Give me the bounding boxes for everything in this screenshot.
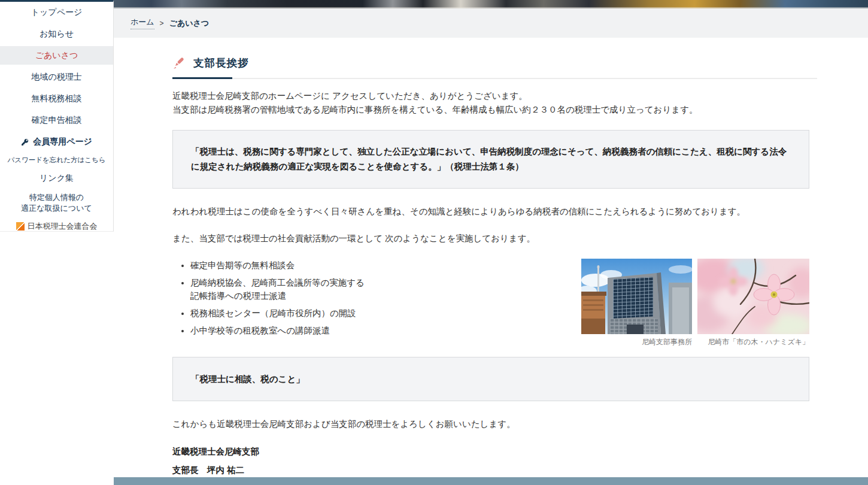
breadcrumb-separator: >: [160, 19, 164, 28]
law-quote-box: 「税理士は、税務に関する専門家として、独立した公正な立場において、申告納税制度の…: [172, 130, 809, 189]
footer-strip: [114, 477, 868, 485]
signature-block: 近畿税理士会尼崎支部 支部長 坪内 祐二: [172, 445, 809, 477]
signature-org: 近畿税理士会尼崎支部: [172, 445, 809, 458]
photo-caption: 尼崎市「市の木・ハナミズキ」: [697, 337, 809, 347]
activities-intro-paragraph: また、当支部では税理士の社会貢献活動の一環として 次のようなことを実施しておりま…: [172, 232, 809, 245]
sidebar-federation-banner[interactable]: 日本税理士会連合会: [0, 221, 113, 232]
breadcrumb-home-link[interactable]: ホーム: [130, 17, 154, 29]
sidebar-item-links[interactable]: リンク集: [0, 168, 113, 189]
pen-icon: [172, 56, 186, 70]
sidebar-item-news[interactable]: お知らせ: [0, 23, 113, 45]
sidebar-item-local-accountants[interactable]: 地域の税理士: [0, 66, 113, 88]
list-item: 税務相談センター（尼崎市役所内）の開設: [190, 307, 365, 320]
mission-paragraph: われわれ税理士はこの使命を全うすべく日々研さんを重ね、その知識と経験によりあらゆ…: [172, 205, 809, 219]
header-banner-photo: [114, 0, 868, 8]
activities-list: 確定申告期等の無料相談会 尼崎納税協会、尼崎商工会議所等の実施する 記帳指導への…: [172, 259, 365, 341]
sidebar-item-tax-return[interactable]: 確定申告相談: [0, 110, 113, 131]
list-item: 確定申告期等の無料相談会: [190, 259, 365, 272]
office-photo: [581, 259, 692, 334]
signature-name: 支部長 坪内 祐二: [172, 463, 809, 477]
member-page-label: 会員専用ページ: [33, 137, 92, 147]
sidebar-item-top[interactable]: トップページ: [0, 2, 113, 23]
page-title-row: 支部長挨拶: [172, 56, 809, 70]
intro-paragraph: 近畿税理士会尼崎支部のホームページに アクセスしていただき、ありがとうございます…: [172, 89, 809, 117]
breadcrumb: ホーム > ごあいさつ: [114, 8, 868, 38]
title-divider: [172, 78, 817, 79]
sidebar-item-member-page[interactable]: 会員専用ページ: [0, 131, 113, 153]
list-item: 小中学校等の租税教室への講師派遣: [190, 324, 365, 337]
list-item: 尼崎納税協会、尼崎商工会議所等の実施する 記帳指導への税理士派遣: [190, 276, 365, 302]
sidebar-item-privacy[interactable]: 特定個人情報の 適正な取扱について: [0, 189, 113, 217]
photo-gallery: 尼崎支部事務所: [581, 259, 809, 347]
sidebar: トップページ お知らせ ごあいさつ 地域の税理士 無料税務相談 確定申告相談 会…: [0, 0, 114, 232]
activities-section: 確定申告期等の無料相談会 尼崎納税協会、尼崎商工会議所等の実施する 記帳指導への…: [172, 259, 809, 347]
page-title: 支部長挨拶: [193, 56, 249, 70]
sidebar-password-link[interactable]: パスワードを忘れた方はこちら: [0, 153, 113, 168]
page: トップページ お知らせ ごあいさつ 地域の税理士 無料税務相談 確定申告相談 会…: [0, 0, 868, 485]
key-icon: [21, 138, 29, 146]
flower-photo: [697, 259, 809, 334]
sidebar-item-greeting[interactable]: ごあいさつ: [0, 46, 113, 65]
sidebar-item-free-consult[interactable]: 無料税務相談: [0, 88, 113, 110]
closing-paragraph: これからも近畿税理士会尼崎支部および当支部の税理士をよろしくお願いいたします。: [172, 417, 809, 431]
office-photo-figure: 尼崎支部事務所: [581, 259, 692, 347]
federation-logo-icon: [16, 222, 25, 231]
photo-caption: 尼崎支部事務所: [581, 337, 692, 347]
main-content: 支部長挨拶 近畿税理士会尼崎支部のホームページに アクセスしていただき、ありがと…: [114, 38, 868, 477]
flower-photo-figure: 尼崎市「市の木・ハナミズキ」: [697, 259, 809, 347]
federation-label: 日本税理士会連合会: [28, 221, 98, 232]
breadcrumb-current: ごあいさつ: [169, 18, 210, 29]
slogan-quote-box: 「税理士に相談、税のこと」: [172, 357, 809, 401]
